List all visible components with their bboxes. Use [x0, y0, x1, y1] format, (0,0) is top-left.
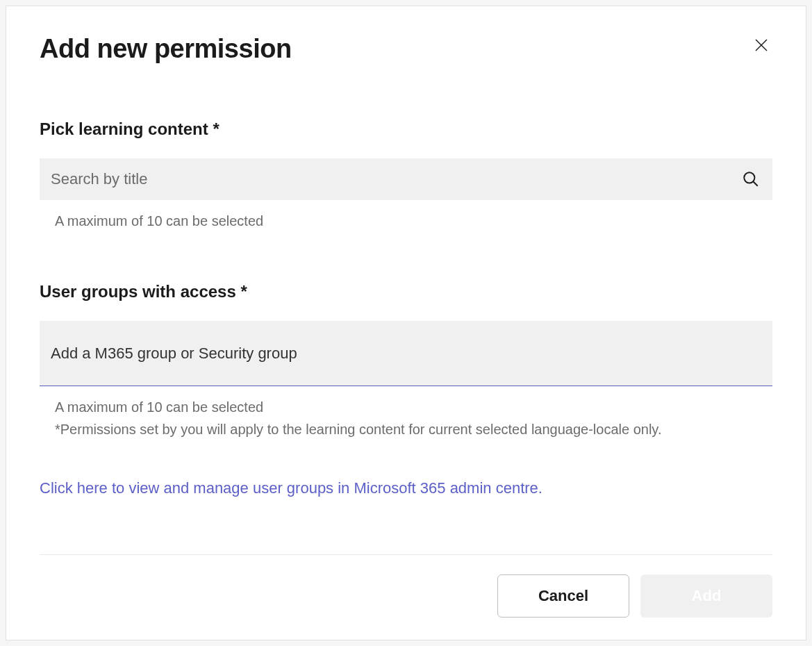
user-groups-helper-line1: A maximum of 10 can be selected: [55, 396, 772, 418]
learning-content-search-input[interactable]: [40, 158, 772, 200]
user-groups-field: User groups with access * A maximum of 1…: [40, 282, 772, 440]
user-groups-label: User groups with access *: [40, 282, 772, 301]
dialog-footer: Cancel Add: [40, 554, 772, 618]
search-icon: [742, 170, 760, 188]
add-permission-dialog: Add new permission Pick learning content…: [6, 6, 806, 640]
add-button[interactable]: Add: [640, 574, 772, 618]
svg-line-3: [753, 181, 757, 185]
svg-point-2: [744, 172, 754, 183]
search-input-wrap: [40, 158, 772, 200]
user-groups-input[interactable]: [40, 321, 772, 386]
learning-content-label: Pick learning content *: [40, 119, 772, 139]
learning-content-field: Pick learning content * A maximum of 10 …: [40, 119, 772, 232]
learning-content-helper: A maximum of 10 can be selected: [40, 210, 772, 232]
user-groups-helper: A maximum of 10 can be selected *Permiss…: [40, 396, 772, 440]
dialog-title: Add new permission: [40, 34, 292, 64]
dialog-header: Add new permission: [40, 34, 772, 64]
cancel-button[interactable]: Cancel: [497, 574, 629, 618]
manage-groups-link[interactable]: Click here to view and manage user group…: [40, 479, 772, 497]
close-button[interactable]: [750, 34, 772, 58]
close-icon: [753, 37, 770, 56]
user-groups-helper-line2: *Permissions set by you will apply to th…: [55, 418, 772, 440]
